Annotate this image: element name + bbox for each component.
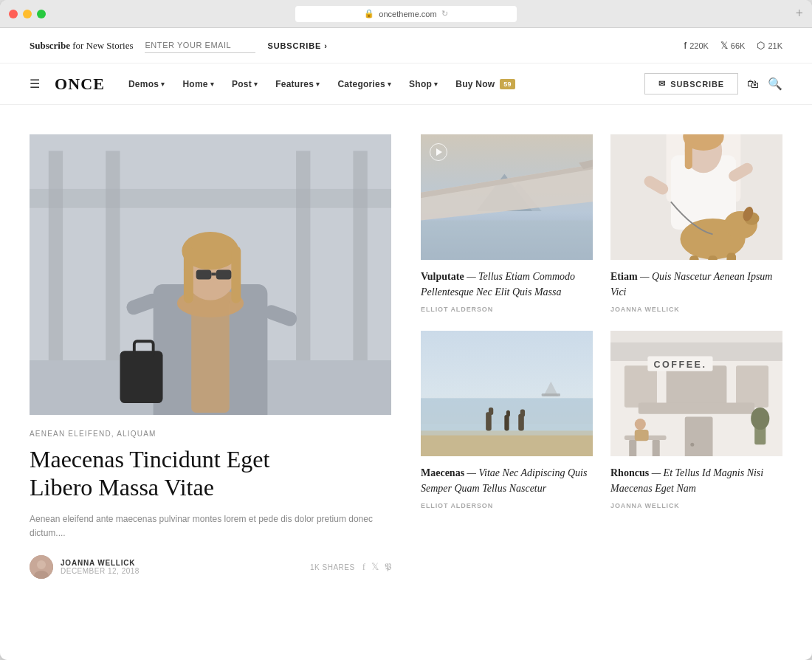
svg-rect-1 xyxy=(30,189,391,208)
post-card-author: JOANNA WELLICK xyxy=(610,502,782,509)
svg-rect-69 xyxy=(685,416,713,456)
close-button[interactable] xyxy=(9,10,18,18)
svg-rect-15 xyxy=(196,270,212,280)
nav-menu: Demos ▾ Home ▾ Post ▾ Features ▾ xyxy=(120,79,524,89)
svg-rect-65 xyxy=(736,365,768,408)
twitter-social[interactable]: 𝕏 66K xyxy=(720,40,746,51)
nav-item-shop[interactable]: Shop ▾ xyxy=(400,79,447,89)
share-info: 1K SHARES f 𝕏 𝕻 xyxy=(310,561,391,573)
subscribe-nav-button[interactable]: ✉ SUBSCRIBE xyxy=(644,73,738,94)
list-item: COFFEE. xyxy=(610,331,782,509)
instagram-social[interactable]: ⬡ 21K xyxy=(757,40,782,51)
chevron-down-icon: ▾ xyxy=(210,80,214,88)
svg-rect-73 xyxy=(653,440,660,456)
featured-post-image[interactable] xyxy=(30,134,391,415)
twitter-icon: 𝕏 xyxy=(720,40,728,51)
twitter-share-icon[interactable]: 𝕏 xyxy=(371,561,379,573)
post-card-image[interactable]: COFFEE. xyxy=(610,331,782,456)
svg-text:COFFEE.: COFFEE. xyxy=(653,360,706,370)
list-item: Maecenas — Vitae Nec Adipiscing Quis Sem… xyxy=(421,331,593,509)
featured-categories: AENEAN ELEIFEND, ALIQUAM xyxy=(30,430,391,438)
buy-now-badge: 59 xyxy=(500,79,515,89)
svg-rect-38 xyxy=(685,134,692,169)
content-grid: AENEAN ELEIFEND, ALIQUAM Maecenas Tincid… xyxy=(30,134,782,579)
post-card-author: ELLIOT ALDERSON xyxy=(421,502,593,509)
list-item: Etiam — Quis Nascetur Aenean Ipsum Vici … xyxy=(610,134,782,313)
chevron-down-icon: ▾ xyxy=(254,80,258,88)
svg-point-70 xyxy=(690,443,694,447)
post-card-author: JOANNA WELLICK xyxy=(610,306,782,313)
subscribe-top-button[interactable]: SUBSCRIBE › xyxy=(267,41,327,50)
minimize-button[interactable] xyxy=(23,10,32,18)
facebook-social[interactable]: f 220K xyxy=(684,40,709,51)
svg-rect-10 xyxy=(191,298,230,413)
subscribe-text-middle: for New Stories xyxy=(72,40,133,51)
svg-point-76 xyxy=(635,419,646,430)
play-icon[interactable] xyxy=(430,143,447,161)
list-item: Vulputate — Tellus Etiam Commodo Pellent… xyxy=(421,134,593,313)
post-card-title: Rhoncus — Et Tellus Id Magnis Nisi Maece… xyxy=(610,465,782,496)
address-bar[interactable]: 🔒 oncetheme.com ↻ xyxy=(295,6,517,22)
twitter-count: 66K xyxy=(731,41,746,50)
chevron-down-icon: ▾ xyxy=(388,80,391,88)
post-date: DECEMBER 12, 2018 xyxy=(61,567,140,575)
post-card-title: Etiam — Quis Nascetur Aenean Ipsum Vici xyxy=(610,269,782,300)
subscribe-bar-left: Subscribe for New Stories SUBSCRIBE › xyxy=(30,38,328,53)
nav-item-home[interactable]: Home ▾ xyxy=(173,79,223,89)
svg-point-75 xyxy=(751,408,769,430)
post-card-image[interactable] xyxy=(421,134,593,260)
cart-icon[interactable]: 🛍 xyxy=(747,78,759,91)
featured-post: AENEAN ELEIFEND, ALIQUAM Maecenas Tincid… xyxy=(30,134,391,579)
nav-item-features[interactable]: Features ▾ xyxy=(266,79,328,89)
svg-rect-64 xyxy=(667,365,727,408)
post-card-image[interactable] xyxy=(610,134,782,260)
hamburger-menu[interactable]: ☰ xyxy=(30,77,40,91)
author-info: JOANNA WELLICK DECEMBER 12, 2018 xyxy=(30,555,140,579)
svg-rect-28 xyxy=(421,220,593,260)
subscribe-email-input[interactable] xyxy=(145,38,255,53)
facebook-share-icon[interactable]: f xyxy=(362,561,365,573)
main-content: AENEAN ELEIFEND, ALIQUAM Maecenas Tincid… xyxy=(0,105,812,608)
main-nav: ☰ ONCE Demos ▾ Home ▾ Post ▾ xyxy=(0,63,812,105)
svg-rect-20 xyxy=(120,351,163,403)
svg-rect-57 xyxy=(520,409,525,416)
social-share-buttons: f 𝕏 𝕻 xyxy=(362,561,391,573)
svg-rect-66 xyxy=(639,403,754,414)
featured-meta: JOANNA WELLICK DECEMBER 12, 2018 1K SHAR… xyxy=(30,555,391,579)
nav-item-buy-now[interactable]: Buy Now 59 xyxy=(447,79,524,89)
post-grid: Vulputate — Tellus Etiam Commodo Pellent… xyxy=(421,134,782,579)
nav-right: ✉ SUBSCRIBE 🛍 🔍 xyxy=(644,73,782,94)
post-card-image[interactable] xyxy=(421,331,593,456)
svg-rect-13 xyxy=(184,246,193,303)
subscribe-arrow-icon: › xyxy=(324,41,328,50)
subscribe-bar: Subscribe for New Stories SUBSCRIBE › f … xyxy=(0,28,812,63)
svg-rect-54 xyxy=(504,415,509,430)
svg-rect-72 xyxy=(629,440,636,456)
new-tab-button[interactable]: + xyxy=(796,6,803,21)
nav-item-post[interactable]: Post ▾ xyxy=(223,79,266,89)
nav-item-categories[interactable]: Categories ▾ xyxy=(328,79,400,89)
instagram-icon: ⬡ xyxy=(757,40,765,51)
site-logo[interactable]: ONCE xyxy=(55,75,105,94)
svg-point-23 xyxy=(37,560,46,569)
nav-item-demos[interactable]: Demos ▾ xyxy=(120,79,173,89)
chevron-down-icon: ▾ xyxy=(161,80,165,88)
play-triangle-icon xyxy=(436,148,442,156)
post-card-title: Vulputate — Tellus Etiam Commodo Pellent… xyxy=(421,269,593,300)
refresh-icon[interactable]: ↻ xyxy=(441,9,448,18)
subscribe-text: Subscribe for New Stories xyxy=(30,40,133,52)
author-details: JOANNA WELLICK DECEMBER 12, 2018 xyxy=(61,559,140,575)
featured-excerpt: Aenean eleifend ante maecenas pulvinar m… xyxy=(30,512,391,540)
search-icon[interactable]: 🔍 xyxy=(768,77,782,91)
lock-icon: 🔒 xyxy=(364,9,374,18)
post-card-title: Maecenas — Vitae Nec Adipiscing Quis Sem… xyxy=(421,465,593,496)
maximize-button[interactable] xyxy=(37,10,46,18)
facebook-count: 220K xyxy=(689,41,709,50)
subscribe-text-bold: Subscribe xyxy=(30,40,70,51)
pinterest-share-icon[interactable]: 𝕻 xyxy=(385,561,391,573)
svg-rect-47 xyxy=(726,253,736,260)
svg-rect-55 xyxy=(506,410,510,417)
svg-rect-63 xyxy=(625,365,657,408)
featured-title: Maecenas Tincidunt Eget Libero Massa Vit… xyxy=(30,445,391,502)
subscribe-top-button-label: SUBSCRIBE xyxy=(267,41,321,50)
